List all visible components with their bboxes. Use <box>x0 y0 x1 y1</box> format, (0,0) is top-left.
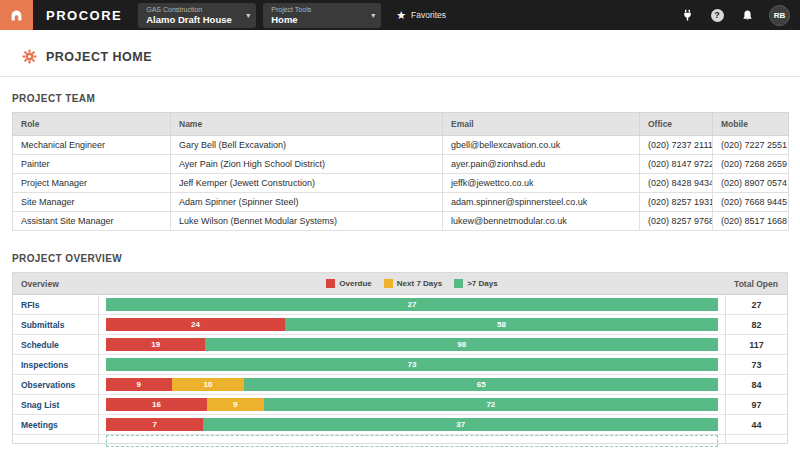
stacked-bar: 737 <box>106 418 718 431</box>
home-arch-icon <box>9 8 24 23</box>
overview-row-label <box>13 435 99 443</box>
stacked-bar: 27 <box>106 298 718 311</box>
overview-row-label-inspections[interactable]: Inspections <box>13 355 99 374</box>
page-header: PROJECT HOME <box>0 30 800 76</box>
overview-row: Submittals245882 <box>13 315 787 335</box>
bar-segment--7-days: 37 <box>203 418 718 431</box>
project-selector-caption: GAS Construction <box>146 5 236 14</box>
bar-segment-overdue: 16 <box>106 398 207 411</box>
team-table-body: Mechanical EngineerGary Bell (Bell Excav… <box>13 136 789 231</box>
overview-bar-cell: 16972 <box>99 395 725 414</box>
overview-total-value: 117 <box>725 335 787 354</box>
bar-segment--7-days: 27 <box>106 298 718 311</box>
chevron-down-icon: ▾ <box>246 11 250 20</box>
team-cell-name: Ayer Pain (Zion High School District) <box>171 155 443 174</box>
team-cell-mobile: (020) 7268 2659 <box>713 155 789 174</box>
stacked-bar: 2458 <box>106 318 718 331</box>
overview-rows: RFIs2727Submittals245882Schedule1998117I… <box>13 295 787 435</box>
team-col-email: Email <box>443 113 640 136</box>
overview-total-cell <box>725 435 787 443</box>
overview-total-value: 84 <box>725 375 787 394</box>
overview-header-row: Overview OverdueNext 7 Days>7 Days Total… <box>13 273 787 295</box>
team-cell-office: (020) 8257 1931 <box>640 193 713 212</box>
procore-home-icon[interactable] <box>0 0 33 30</box>
overview-total-value: 44 <box>725 415 787 434</box>
tool-selector-dropdown[interactable]: Project Tools Home ▾ <box>263 3 381 28</box>
team-header-row: Role Name Email Office Mobile <box>13 113 789 136</box>
bar-segment--7-days: 98 <box>205 338 718 351</box>
team-cell-name: Jeff Kemper (Jewett Construction) <box>171 174 443 193</box>
bar-segment--7-days: 73 <box>106 358 718 371</box>
favorites-label: Favorites <box>411 10 446 20</box>
team-row: Project ManagerJeff Kemper (Jewett Const… <box>13 174 789 193</box>
bar-segment--7-days: 72 <box>264 398 718 411</box>
legend-item: Next 7 Days <box>384 279 442 288</box>
overview-row-label-meetings[interactable]: Meetings <box>13 415 99 434</box>
team-cell-role: Project Manager <box>13 174 171 193</box>
notifications-bell-icon[interactable] <box>739 7 755 23</box>
team-col-office: Office <box>640 113 713 136</box>
overview-bar-cell: 27 <box>99 295 725 314</box>
chevron-down-icon: ▾ <box>371 11 375 20</box>
user-avatar[interactable]: RB <box>769 5 790 26</box>
stacked-bar: 1998 <box>106 338 718 351</box>
team-cell-role: Mechanical Engineer <box>13 136 171 155</box>
team-row: Mechanical EngineerGary Bell (Bell Excav… <box>13 136 789 155</box>
team-cell-role: Painter <box>13 155 171 174</box>
project-overview-section-title: PROJECT OVERVIEW <box>12 253 800 264</box>
overview-row-label-submittals[interactable]: Submittals <box>13 315 99 334</box>
overview-total-value: 73 <box>725 355 787 374</box>
legend-swatch <box>384 279 393 288</box>
legend-label: Overdue <box>339 279 371 288</box>
bar-segment-next-7-days: 9 <box>207 398 264 411</box>
legend-item: Overdue <box>326 279 371 288</box>
project-selector-value: Alamo Draft House <box>146 14 236 25</box>
overview-row-label-snag-list[interactable]: Snag List <box>13 395 99 414</box>
bar-segment-overdue: 7 <box>106 418 203 431</box>
overview-row-label-observations[interactable]: Observations <box>13 375 99 394</box>
partial-outlined-bar <box>106 435 718 447</box>
bar-segment-overdue: 9 <box>106 378 172 391</box>
overview-row-label-schedule[interactable]: Schedule <box>13 335 99 354</box>
team-row: Site ManagerAdam Spinner (Spinner Steel)… <box>13 193 789 212</box>
team-cell-mobile: (020) 7668 9445 <box>713 193 789 212</box>
project-selector-dropdown[interactable]: GAS Construction Alamo Draft House ▾ <box>138 3 256 28</box>
overview-row: Snag List1697297 <box>13 395 787 415</box>
team-cell-email: adam.spinner@spinnersteel.co.uk <box>443 193 640 212</box>
overview-bar-cell: 91065 <box>99 375 725 394</box>
procore-wordmark: PROCORE <box>46 8 122 23</box>
project-home-gear-icon <box>22 49 37 64</box>
legend-swatch <box>454 279 463 288</box>
team-cell-email: jeffk@jewettco.co.uk <box>443 174 640 193</box>
team-cell-name: Luke Wilson (Bennet Modular Systems) <box>171 212 443 231</box>
star-icon: ★ <box>396 9 406 22</box>
bar-segment--7-days: 58 <box>285 318 718 331</box>
overview-bar-cell <box>99 435 725 443</box>
overview-row: RFIs2727 <box>13 295 787 315</box>
favorites-button[interactable]: ★ Favorites <box>396 9 446 22</box>
connections-plug-icon[interactable] <box>679 7 695 23</box>
overview-row: Meetings73744 <box>13 415 787 435</box>
team-cell-role: Assistant Site Manager <box>13 212 171 231</box>
overview-row: Inspections7373 <box>13 355 787 375</box>
help-icon[interactable]: ? <box>709 7 725 23</box>
topbar-right-icons: ? RB <box>679 5 800 26</box>
total-open-header: Total Open <box>725 279 787 289</box>
overview-bar-cell: 2458 <box>99 315 725 334</box>
team-row: Assistant Site ManagerLuke Wilson (Benne… <box>13 212 789 231</box>
overview-row-label-rfis[interactable]: RFIs <box>13 295 99 314</box>
project-team-table: Role Name Email Office Mobile Mechanical… <box>12 112 789 231</box>
stacked-bar: 73 <box>106 358 718 371</box>
overview-row: Schedule1998117 <box>13 335 787 355</box>
team-cell-name: Adam Spinner (Spinner Steel) <box>171 193 443 212</box>
team-cell-email: gbell@bellexcavation.co.uk <box>443 136 640 155</box>
header-divider <box>0 76 800 77</box>
overview-bar-cell: 73 <box>99 355 725 374</box>
page-title: PROJECT HOME <box>46 50 152 64</box>
project-team-section-title: PROJECT TEAM <box>12 93 800 104</box>
team-cell-office: (020) 8257 9768 <box>640 212 713 231</box>
overview-total-value: 97 <box>725 395 787 414</box>
top-navigation-bar: PROCORE GAS Construction Alamo Draft Hou… <box>0 0 800 30</box>
legend-label: Next 7 Days <box>397 279 442 288</box>
question-mark-glyph: ? <box>711 9 724 22</box>
